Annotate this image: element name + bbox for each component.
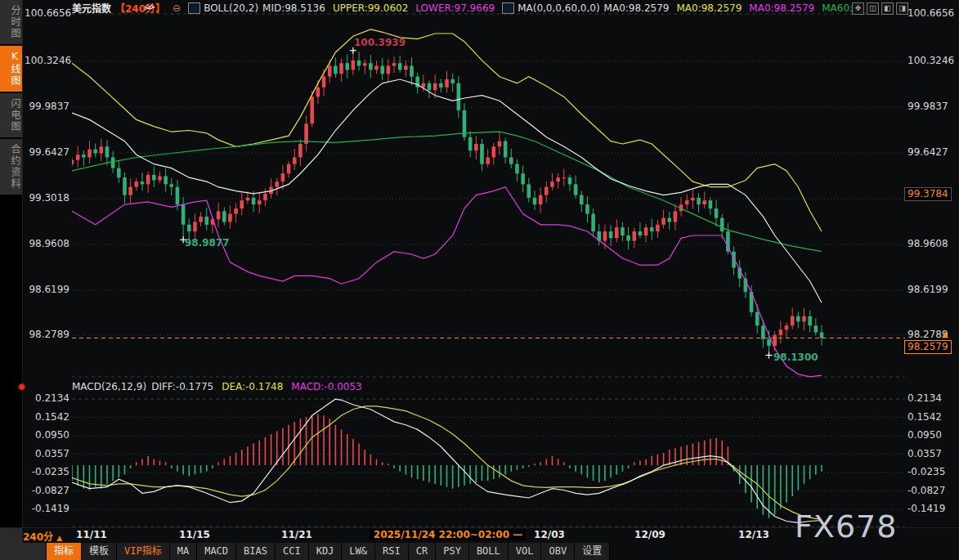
high-price-annotation: 100.3939 — [354, 37, 406, 48]
toolbar-tab-lw[interactable]: LW& — [342, 543, 374, 560]
extreme-marker — [766, 352, 773, 359]
price-axis-label: 100.3246 — [25, 55, 69, 66]
pane-layout-2-icon[interactable]: ◧ — [881, 2, 894, 15]
toolbar-tab-indicator[interactable]: 指标 — [47, 543, 81, 560]
upper-band-badge: 99.3784 — [904, 187, 952, 201]
macd-dea-value: DEA:-0.1748 — [222, 381, 283, 392]
price-axis-label: 0.1542 — [907, 411, 942, 423]
window-icons: ✥ ◫ ◧ ◨ — [852, 2, 908, 15]
sidebar-item-kline-chart[interactable]: K线图 — [0, 46, 22, 92]
boll-mid-value: MID:98.5136 — [262, 2, 325, 14]
sidebar-item-contract-info[interactable]: 合约资料 — [0, 139, 22, 195]
macd-name: MACD(26,12,9) — [72, 381, 146, 392]
price-axis-label: -0.0827 — [907, 485, 945, 496]
boll-legend-icon[interactable] — [188, 2, 200, 14]
collapse-icon[interactable]: ⊖ — [173, 2, 181, 14]
price-axis-label: 98.6199 — [907, 284, 948, 295]
ma0-white-value: MA0:98.2579 — [604, 2, 670, 14]
interval-selector[interactable]: 240分 ▲ — [23, 529, 62, 543]
price-axis-label: 0.0357 — [907, 448, 942, 459]
price-axis-label: 99.3018 — [25, 192, 69, 204]
interval-arrow-icon: ▲ — [56, 534, 62, 542]
pane-layout-3-icon[interactable]: ◨ — [896, 2, 908, 15]
macd-value: MACD:-0.0053 — [291, 381, 361, 392]
low-price-annotation-1: 98.9877 — [185, 237, 230, 249]
toolbar-spacer — [22, 543, 46, 560]
low-price-annotation-2: 98.1300 — [773, 352, 818, 363]
price-axis-label: 99.9837 — [907, 101, 948, 112]
price-axis-label: -0.0827 — [25, 485, 69, 496]
price-axis-label: 0.2134 — [907, 392, 942, 404]
pan-icon[interactable]: ✥ — [852, 2, 864, 15]
price-axis-label: -0.1419 — [25, 503, 69, 514]
ma0-yellow-value: MA0:98.2579 — [676, 2, 742, 14]
price-axis-label: 99.9837 — [25, 101, 69, 112]
price-axis-label: 99.6427 — [907, 146, 948, 158]
price-axis-label: 0.2134 — [25, 392, 69, 404]
price-axis-label: -0.0235 — [907, 466, 945, 477]
ma60-line — [72, 132, 822, 252]
last-price-badge: 98.2579 — [904, 340, 952, 354]
main-chart[interactable] — [72, 0, 905, 541]
sidebar: 分时图 K线图 闪电图 合约资料 — [0, 0, 23, 560]
sidebar-item-time-chart[interactable]: 分时图 — [0, 0, 22, 44]
price-axis-label: 0.0950 — [907, 429, 942, 441]
price-axis-label: 0.0357 — [25, 448, 69, 459]
toolbar-tab-settings[interactable]: 设置 — [575, 543, 609, 560]
sidebar-item-flash-chart[interactable]: 闪电图 — [0, 93, 22, 137]
toolbar-tab-vip-indicator[interactable]: VIP指标 — [117, 543, 169, 560]
price-axis-label: -0.1419 — [907, 503, 945, 514]
toolbar-tab-rsi[interactable]: RSI — [375, 543, 408, 560]
instrument-title: 美元指数 — [72, 1, 111, 15]
price-axis-label: 100.6656 — [25, 7, 69, 19]
macd-diff-value: DIFF:-0.1775 — [151, 381, 213, 392]
toolbar-tab-cci[interactable]: CCI — [276, 543, 308, 560]
toolbar-tab-bias[interactable]: BIAS — [236, 543, 275, 560]
alert-icon[interactable]: ✹ — [17, 381, 26, 393]
toolbar-tab-kdj[interactable]: KDJ — [309, 543, 342, 560]
right-price-axis: 100.6656100.324699.983799.642798.960898.… — [907, 0, 958, 541]
price-axis-label: 98.9608 — [907, 238, 948, 249]
boll-lower-value: LOWER:97.9669 — [415, 2, 495, 14]
dea-line — [72, 406, 822, 520]
pane-layout-1-icon[interactable]: ◫ — [867, 2, 879, 15]
price-axis-label: 100.3246 — [907, 55, 954, 66]
ma-legend-icon[interactable] — [502, 2, 514, 14]
boll-mid-line — [72, 79, 822, 302]
toolbar-tab-boll[interactable]: BOLL — [469, 543, 508, 560]
chart-app: 分时图 K线图 闪电图 合约资料 美元指数 【240分】 ⊖ BOLL(20,2… — [0, 0, 959, 560]
price-axis-label: 98.2789 — [25, 329, 69, 340]
watermark: FX678 — [795, 508, 897, 544]
price-axis-label: 98.9608 — [25, 238, 69, 249]
boll-name: BOLL(20,2) — [204, 2, 258, 14]
price-axis-label: 98.6199 — [25, 284, 69, 295]
toolbar-tab-vol[interactable]: VOL — [509, 543, 541, 560]
candles-layer — [72, 51, 823, 356]
toolbar-tab-macd[interactable]: MACD — [197, 543, 235, 560]
price-axis-label: 99.6427 — [25, 146, 69, 158]
diff-line — [72, 399, 822, 522]
toolbar-tab-cr[interactable]: CR — [409, 543, 435, 560]
left-price-axis: 100.6656100.324699.983799.642799.301898.… — [25, 0, 69, 541]
ma0-magenta-value: MA0:98.2579 — [749, 2, 814, 14]
price-axis-label: 0.1542 — [25, 411, 69, 423]
indicator-toolbar: 指标模板VIP指标MAMACDBIASCCIKDJLW&RSICRPSYBOLL… — [22, 543, 610, 560]
toolbar-tab-psy[interactable]: PSY — [436, 543, 468, 560]
chart-header: 美元指数 【240分】 ⊖ BOLL(20,2) MID:98.5136 UPP… — [72, 2, 859, 14]
price-axis-label: 0.0950 — [25, 429, 69, 441]
ma-name: MA(0,0,0,60,0,0) — [518, 2, 599, 14]
period-label[interactable]: 【240分】 — [115, 1, 165, 15]
toolbar-tab-template[interactable]: 模板 — [82, 543, 116, 560]
macd-histogram — [72, 414, 822, 517]
price-axis-label: 100.6656 — [907, 7, 954, 19]
toolbar-tab-ma[interactable]: MA — [170, 543, 196, 560]
boll-upper-value: UPPER:99.0602 — [333, 2, 408, 14]
price-up-arrow-icon: ▲ — [942, 329, 948, 338]
price-axis-label: -0.0235 — [25, 466, 69, 477]
macd-header: MACD(26,12,9) DIFF:-0.1775 DEA:-0.1748 M… — [72, 381, 362, 392]
toolbar-tab-obv[interactable]: OBV — [541, 543, 574, 560]
